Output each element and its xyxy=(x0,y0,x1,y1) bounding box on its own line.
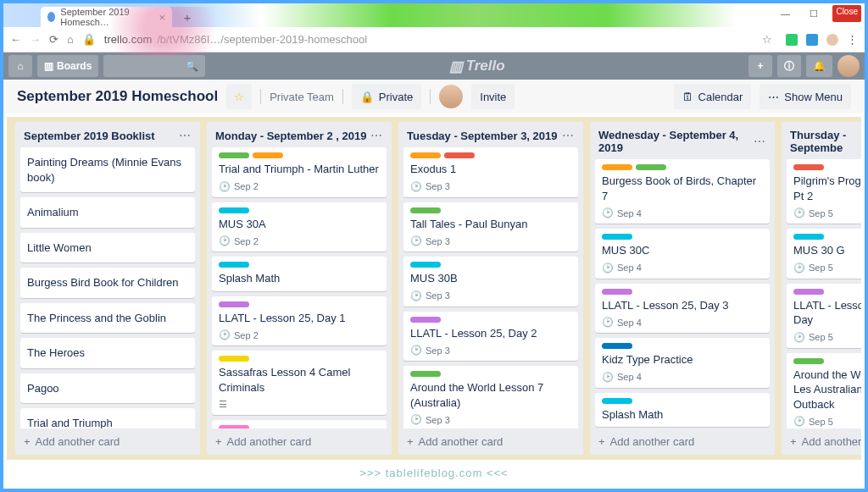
add-card-button[interactable]: + Add another card xyxy=(15,428,200,455)
window-maximize-button[interactable]: ☐ xyxy=(804,5,824,22)
create-button[interactable]: + xyxy=(748,55,772,77)
card[interactable]: LLATL - Lesson 25, Day 1🕑Sep 2 xyxy=(212,296,387,346)
nav-reload-icon[interactable]: ⟳ xyxy=(49,33,58,46)
user-avatar[interactable] xyxy=(837,55,860,77)
card[interactable]: Splash Math xyxy=(212,257,387,291)
add-card-button[interactable]: + Add another card xyxy=(590,428,775,455)
card[interactable]: MUS 30C🕑Sep 4 xyxy=(595,229,770,279)
notifications-button[interactable]: 🔔 xyxy=(806,55,832,77)
list-title[interactable]: September 2019 Booklist xyxy=(24,130,155,142)
label-orange[interactable] xyxy=(602,164,632,170)
home-button[interactable]: ⌂ xyxy=(8,55,32,77)
card[interactable]: LLATL - Lesson 25, Day 2🕑Sep 3 xyxy=(403,312,578,362)
label-green[interactable] xyxy=(793,358,824,364)
list-title[interactable]: Tuesday - September 3, 2019 xyxy=(407,130,558,142)
add-card-button[interactable]: + Add another card xyxy=(782,428,861,455)
card[interactable]: MUS 30A🕑Sep 2 xyxy=(212,202,387,252)
profile-avatar-icon[interactable] xyxy=(826,34,838,46)
nav-forward-icon[interactable]: → xyxy=(30,33,41,46)
label-purple[interactable] xyxy=(602,289,632,295)
card[interactable]: Kidz Type Practice🕑Sep 4 xyxy=(595,338,770,388)
boards-button[interactable]: ▥ Boards xyxy=(37,55,98,77)
window-close-button[interactable]: Close xyxy=(832,5,861,22)
label-cyan[interactable] xyxy=(219,207,249,213)
label-blue[interactable] xyxy=(602,343,632,349)
list-cards: Trial and Triumph - Martin Luther🕑Sep 2M… xyxy=(207,147,392,428)
add-card-button[interactable]: + Add another card xyxy=(207,428,392,455)
label-green[interactable] xyxy=(219,152,249,158)
label-cyan[interactable] xyxy=(793,234,824,240)
trello-logo[interactable]: ▥ Trello xyxy=(210,58,743,75)
label-green[interactable] xyxy=(410,371,441,377)
list-title[interactable]: Monday - September 2 , 2019 xyxy=(215,130,366,142)
card[interactable]: Around the World Lesson 7 (Australia)🕑Se… xyxy=(403,366,578,428)
label-cyan[interactable] xyxy=(602,398,632,404)
list-menu-icon[interactable]: ⋯ xyxy=(179,129,192,142)
label-purple[interactable] xyxy=(793,289,824,295)
label-purple[interactable] xyxy=(219,301,249,307)
card[interactable]: Painting Dreams (Minnie Evans book) xyxy=(20,147,195,192)
card[interactable]: Exodus 1🕑Sep 3 xyxy=(403,147,578,197)
nav-back-icon[interactable]: ← xyxy=(10,33,21,46)
card[interactable]: Around the World Les Australian Outback🕑… xyxy=(787,353,861,428)
show-menu-button[interactable]: ⋯ Show Menu xyxy=(760,84,851,109)
add-card-button[interactable]: + Add another card xyxy=(398,428,583,455)
invite-button[interactable]: Invite xyxy=(471,84,515,109)
extension-icon[interactable] xyxy=(786,34,798,46)
board-canvas[interactable]: September 2019 Booklist⋯Painting Dreams … xyxy=(7,117,861,460)
card[interactable]: Splash Math xyxy=(595,393,770,428)
board-title[interactable]: September 2019 Homeschool xyxy=(17,88,218,105)
card[interactable]: Trial and Triumph xyxy=(20,408,195,428)
label-cyan[interactable] xyxy=(602,234,632,240)
team-label[interactable]: Private Team xyxy=(270,91,334,103)
label-purple[interactable] xyxy=(410,317,441,323)
list-menu-icon[interactable]: ⋯ xyxy=(370,129,383,142)
member-avatar[interactable] xyxy=(439,85,463,108)
label-cyan[interactable] xyxy=(410,262,441,268)
lock-icon[interactable]: 🔒 xyxy=(82,33,96,46)
list-menu-icon[interactable]: ⋯ xyxy=(562,129,575,142)
calendar-button[interactable]: 🗓 Calendar xyxy=(674,84,752,109)
label-orange[interactable] xyxy=(410,152,441,158)
search-input[interactable]: 🔍 xyxy=(103,55,205,77)
extension-icon[interactable] xyxy=(806,34,818,46)
card[interactable]: MUS 30 G🕑Sep 5 xyxy=(787,229,861,279)
list-title[interactable]: Thursday - Septembe xyxy=(790,129,861,154)
bookmark-star-icon[interactable]: ☆ xyxy=(762,33,772,46)
browser-menu-icon[interactable]: ⋮ xyxy=(847,33,858,46)
card[interactable]: Trial and Triumph - Martin Luther🕑Sep 2 xyxy=(212,147,387,197)
card[interactable]: Music - Folk Song xyxy=(212,420,387,428)
nav-home-icon[interactable]: ⌂ xyxy=(67,33,74,46)
new-tab-button[interactable]: + xyxy=(178,8,197,25)
card[interactable]: MUS 30B🕑Sep 3 xyxy=(403,257,578,307)
url-field[interactable]: trello.com/b/tVMz86I…/september-2019-hom… xyxy=(104,33,754,46)
window-minimize-button[interactable]: — xyxy=(775,5,795,22)
card[interactable]: Pilgrim's Progress, Pt 2🕑Sep 5 xyxy=(787,159,861,224)
privacy-button[interactable]: 🔒 Private xyxy=(352,84,421,109)
label-green[interactable] xyxy=(410,207,441,213)
label-green[interactable] xyxy=(636,164,666,170)
card[interactable]: LLATL - Lesson 25, Day🕑Sep 5 xyxy=(787,284,861,348)
card[interactable]: Animalium xyxy=(20,197,195,228)
card[interactable]: Sassafras Lesson 4 Camel Criminals☰ xyxy=(212,351,387,415)
label-red[interactable] xyxy=(793,164,824,170)
info-button[interactable]: ⓘ xyxy=(777,55,801,77)
window-titlebar: September 2019 Homesch… × + — ☐ Close xyxy=(3,3,865,27)
card[interactable]: The Heroes xyxy=(20,338,195,368)
label-cyan[interactable] xyxy=(219,262,249,268)
card[interactable]: LLATL - Lesson 25, Day 3🕑Sep 4 xyxy=(595,284,770,334)
card[interactable]: The Princess and the Goblin xyxy=(20,303,195,334)
list-menu-icon[interactable]: ⋯ xyxy=(754,135,766,148)
label-yellow[interactable] xyxy=(219,356,249,362)
card[interactable]: Tall Tales - Paul Bunyan🕑Sep 3 xyxy=(403,202,578,252)
card[interactable]: Pagoo xyxy=(20,373,195,404)
browser-tab[interactable]: September 2019 Homesch… × xyxy=(41,7,172,27)
star-board-button[interactable]: ☆ xyxy=(226,84,252,109)
card[interactable]: Little Women xyxy=(20,233,195,263)
tab-close-icon[interactable]: × xyxy=(159,11,165,24)
card[interactable]: Burgess Book of Birds, Chapter 7🕑Sep 4 xyxy=(595,159,770,224)
label-orange[interactable] xyxy=(253,152,283,158)
label-red[interactable] xyxy=(444,152,475,158)
card[interactable]: Burgess Bird Book for Children xyxy=(20,268,195,298)
list-title[interactable]: Wednesday - September 4, 2019 xyxy=(598,129,754,154)
